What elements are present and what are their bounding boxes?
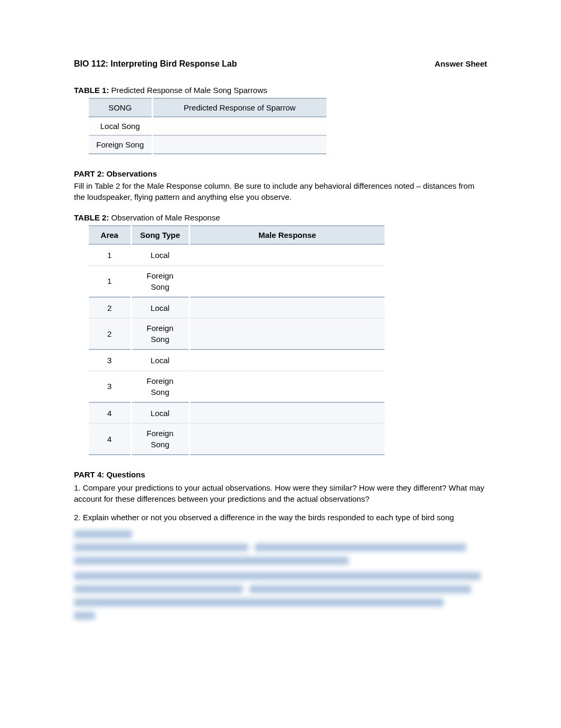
- table2-cell-type: Local: [131, 402, 189, 423]
- document-title: BIO 112: Interpreting Bird Response Lab: [74, 58, 237, 70]
- table-row: 2 Local: [89, 297, 385, 318]
- table2-cell-type: Foreign Song: [131, 371, 189, 402]
- table1: SONG Predicted Response of Sparrow Local…: [89, 98, 326, 154]
- table2-cell-response[interactable]: [189, 318, 385, 350]
- questions-block: 1. Compare your predictions to your actu…: [74, 482, 487, 523]
- part4-heading: PART 4: Questions: [74, 469, 487, 480]
- blurred-content: [74, 530, 487, 620]
- part2-text: Fill in Table 2 for the Male Response co…: [74, 180, 487, 202]
- table2-cell-response[interactable]: [189, 402, 385, 423]
- table2-cell-type: Foreign Song: [131, 265, 189, 297]
- blur-line: [74, 530, 487, 538]
- blur-chunk: [255, 543, 466, 551]
- table2-cell-response[interactable]: [189, 423, 385, 455]
- table1-cell-response[interactable]: [152, 117, 326, 135]
- blur-line: [74, 572, 487, 580]
- table2-caption: TABLE 2: Observation of Male Response: [74, 212, 487, 223]
- blur-line: [74, 585, 487, 593]
- table-row: 4 Foreign Song: [89, 423, 385, 455]
- table2-cell-type: Foreign Song: [131, 318, 189, 350]
- table-row: 3 Local: [89, 349, 385, 371]
- table2-cell-response[interactable]: [189, 297, 385, 318]
- table2-cell-area: 3: [89, 371, 131, 402]
- table-row: 4 Local: [89, 402, 385, 423]
- table1-caption: TABLE 1: Predicted Response of Male Song…: [74, 85, 487, 96]
- question-1: 1. Compare your predictions to your actu…: [74, 482, 487, 504]
- blur-line: [74, 598, 487, 606]
- table1-header-response: Predicted Response of Sparrow: [152, 98, 326, 117]
- table1-header-row: SONG Predicted Response of Sparrow: [89, 98, 326, 117]
- table2-cell-area: 4: [89, 402, 131, 423]
- table1-cell-response[interactable]: [152, 135, 326, 154]
- blur-line: [74, 557, 487, 565]
- table2-cell-area: 2: [89, 297, 131, 318]
- blur-chunk: [249, 585, 471, 593]
- table-row: Foreign Song: [89, 135, 326, 154]
- table2-header-songtype: Song Type: [131, 226, 189, 244]
- document-header: BIO 112: Interpreting Bird Response Lab …: [74, 58, 487, 70]
- answer-sheet-label: Answer Sheet: [435, 58, 487, 69]
- table1-header-song: SONG: [89, 98, 152, 117]
- table2-header-row: Area Song Type Male Response: [89, 226, 385, 244]
- table2-header-area: Area: [89, 226, 131, 244]
- table1-cell-song: Foreign Song: [89, 135, 152, 154]
- table1-caption-bold: TABLE 1:: [74, 86, 109, 95]
- table1-caption-text: Predicted Response of Male Song Sparrows: [109, 86, 267, 95]
- table2-cell-area: 3: [89, 349, 131, 371]
- table2-cell-response[interactable]: [189, 244, 385, 265]
- blur-chunk: [74, 612, 95, 620]
- table1-cell-song: Local Song: [89, 117, 152, 135]
- table2-cell-area: 1: [89, 244, 131, 265]
- table-row: 2 Foreign Song: [89, 318, 385, 350]
- blur-chunk: [74, 585, 243, 593]
- table2-cell-area: 4: [89, 423, 131, 455]
- table-row: 1 Local: [89, 244, 385, 265]
- table2-cell-response[interactable]: [189, 265, 385, 297]
- table2-cell-type: Foreign Song: [131, 423, 189, 455]
- table2-cell-type: Local: [131, 297, 189, 318]
- table-row: 1 Foreign Song: [89, 265, 385, 297]
- table2-cell-type: Local: [131, 244, 189, 265]
- blur-line: [74, 612, 487, 620]
- question-2: 2. Explain whether or not you observed a…: [74, 512, 487, 523]
- table2-header-response: Male Response: [189, 226, 385, 244]
- table2-cell-response[interactable]: [189, 349, 385, 371]
- part2-heading: PART 2: Observations: [74, 168, 487, 179]
- blur-line: [74, 543, 487, 551]
- blur-chunk: [74, 557, 349, 565]
- table2-caption-bold: TABLE 2:: [74, 213, 109, 222]
- blur-chunk: [74, 530, 132, 538]
- table-row: Local Song: [89, 117, 326, 135]
- table2-cell-response[interactable]: [189, 371, 385, 402]
- table1-container: SONG Predicted Response of Sparrow Local…: [89, 98, 487, 154]
- table2-caption-text: Observation of Male Response: [109, 213, 220, 222]
- blur-chunk: [74, 572, 481, 580]
- blur-chunk: [74, 543, 248, 551]
- table2-container: Area Song Type Male Response 1 Local 1 F…: [89, 225, 487, 455]
- table2: Area Song Type Male Response 1 Local 1 F…: [89, 225, 385, 455]
- blur-chunk: [74, 598, 444, 606]
- table2-cell-type: Local: [131, 349, 189, 371]
- table2-cell-area: 2: [89, 318, 131, 350]
- table2-cell-area: 1: [89, 265, 131, 297]
- table-row: 3 Foreign Song: [89, 371, 385, 402]
